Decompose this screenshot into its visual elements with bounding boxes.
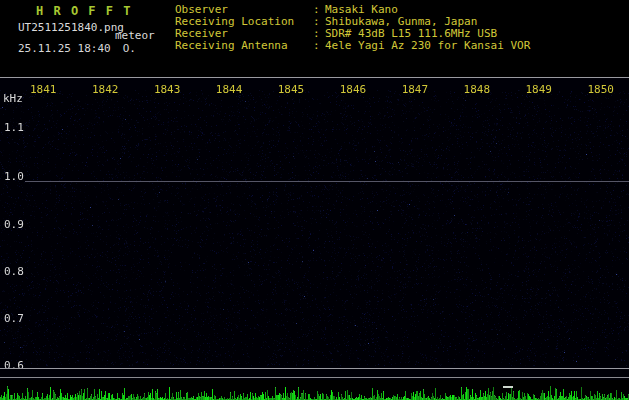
echo-counter: O. xyxy=(123,42,136,55)
time-tick-label: 1850 xyxy=(587,83,614,96)
time-axis: 1841 1842 1843 1844 1845 1846 1847 1848 … xyxy=(30,83,614,96)
reference-line-1khz xyxy=(25,181,629,182)
time-tick-label: 1847 xyxy=(402,83,429,96)
mode-label: meteor xyxy=(115,29,155,42)
timestamp: 25.11.25 18:40 xyxy=(18,42,111,55)
freq-tick-label: 0.6 xyxy=(4,359,24,372)
hrofft-output: H R O F F T UT2511251840.png meteor 25.1… xyxy=(0,0,629,400)
time-tick-label: 1841 xyxy=(30,83,57,96)
info-row: Receiving Antenna:4ele Yagi Az 230 for K… xyxy=(175,40,530,52)
timestamp-line: 25.11.25 18:40O. xyxy=(18,42,136,55)
app-title: H R O F F T xyxy=(36,4,132,18)
freq-tick-label: 0.7 xyxy=(4,312,24,325)
freq-tick-label: 1.1 xyxy=(4,121,24,134)
spectrogram-panel: 1841 1842 1843 1844 1845 1846 1847 1848 … xyxy=(0,77,629,400)
freq-tick-label: 0.8 xyxy=(4,265,24,278)
time-tick-label: 1846 xyxy=(340,83,367,96)
spectrogram-noise xyxy=(0,90,629,366)
level-graph-top-line xyxy=(0,368,629,369)
time-tick-label: 1849 xyxy=(526,83,553,96)
time-tick-label: 1848 xyxy=(464,83,491,96)
signal-level-trace xyxy=(0,380,629,400)
time-tick-label: 1843 xyxy=(154,83,181,96)
info-label: Receiving Antenna xyxy=(175,40,313,52)
output-filename: UT2511251840.png xyxy=(18,21,124,34)
level-graph-divider-line xyxy=(0,377,629,378)
freq-tick-label: 0.9 xyxy=(4,218,24,231)
freq-tick-label: 1.0 xyxy=(4,170,24,183)
time-tick-label: 1845 xyxy=(278,83,305,96)
info-colon: : xyxy=(313,40,325,52)
time-tick-label: 1844 xyxy=(216,83,243,96)
info-value: 4ele Yagi Az 230 for Kansai VOR xyxy=(325,39,530,52)
station-info: Observer:Masaki Kano Receiving Location:… xyxy=(175,4,530,52)
y-axis-unit: kHz xyxy=(3,92,23,105)
time-tick-label: 1842 xyxy=(92,83,119,96)
